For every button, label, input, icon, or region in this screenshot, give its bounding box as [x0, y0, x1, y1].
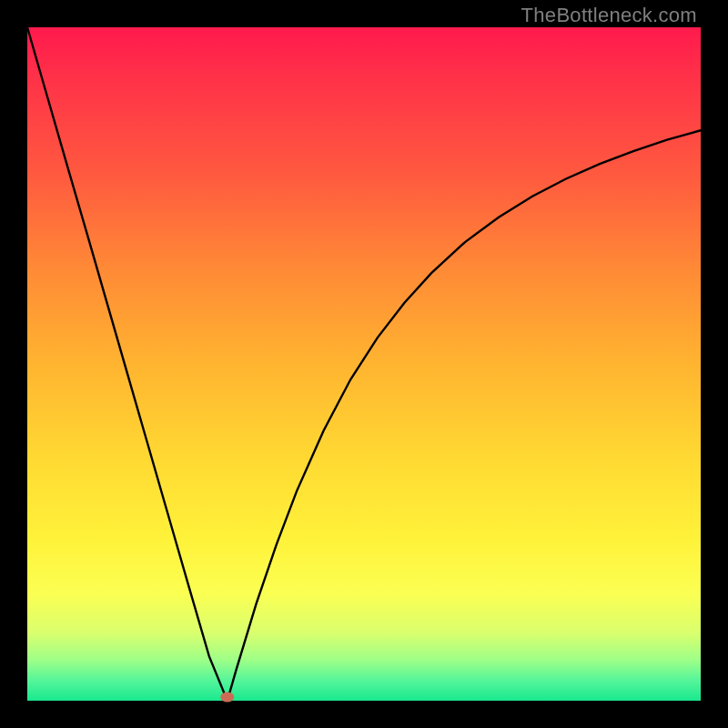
chart-svg [27, 27, 701, 701]
bottleneck-curve [27, 27, 701, 701]
minimum-dot-icon [220, 693, 234, 703]
watermark-text: TheBottleneck.com [521, 4, 697, 27]
outer-frame: TheBottleneck.com [0, 0, 728, 728]
